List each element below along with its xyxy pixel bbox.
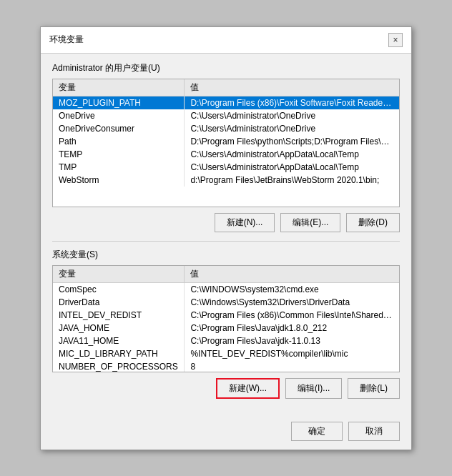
user-col-var: 变量: [53, 79, 185, 96]
var-value-cell: C:\Users\Administrator\OneDrive: [185, 122, 399, 135]
dialog-title: 环境变量: [49, 34, 84, 46]
user-section-label: Administrator 的用户变量(U): [52, 62, 400, 74]
var-value-cell: C:\Users\Administrator\AppData\Local\Tem…: [185, 161, 399, 174]
user-delete-button[interactable]: 删除(D): [346, 213, 400, 232]
var-name-cell: WebStorm: [53, 174, 185, 187]
var-name-cell: OneDrive: [53, 109, 185, 122]
sys-col-val: 值: [185, 266, 399, 283]
system-variables-table: 变量 值 ComSpecC:\WINDOWS\system32\cmd.exeD…: [53, 266, 399, 372]
table-row[interactable]: OneDriveC:\Users\Administrator\OneDrive: [53, 109, 399, 122]
var-name-cell: JAVA11_HOME: [53, 334, 185, 347]
table-row[interactable]: WebStormd:\Program Files\JetBrains\WebSt…: [53, 174, 399, 187]
title-bar: 环境变量 ×: [41, 27, 411, 54]
table-row[interactable]: OneDriveConsumerC:\Users\Administrator\O…: [53, 122, 399, 135]
var-name-cell: MOZ_PLUGIN_PATH: [53, 96, 185, 109]
user-edit-button[interactable]: 编辑(E)...: [280, 213, 340, 232]
sys-col-var: 变量: [53, 266, 185, 283]
var-value-cell: C:\Program Files (x86)\Common Files\Inte…: [185, 309, 399, 322]
var-name-cell: OneDriveConsumer: [53, 122, 185, 135]
system-edit-button[interactable]: 编辑(I)...: [285, 378, 342, 399]
user-variables-table: 变量 值 MOZ_PLUGIN_PATHD:\Program Files (x8…: [53, 79, 399, 187]
system-buttons-row: 新建(W)... 编辑(I)... 删除(L): [52, 378, 400, 399]
var-name-cell: JAVA_HOME: [53, 322, 185, 334]
system-new-button[interactable]: 新建(W)...: [216, 378, 280, 399]
var-value-cell: C:\Users\Administrator\OneDrive: [185, 109, 399, 122]
cancel-button[interactable]: 取消: [348, 422, 400, 441]
close-button[interactable]: ×: [388, 33, 403, 47]
table-row[interactable]: INTEL_DEV_REDISTC:\Program Files (x86)\C…: [53, 309, 399, 322]
system-variables-table-container[interactable]: 变量 值 ComSpecC:\WINDOWS\system32\cmd.exeD…: [52, 265, 400, 372]
var-value-cell: C:\Program Files\Java\jdk-11.0.13: [185, 334, 399, 347]
var-name-cell: TMP: [53, 161, 185, 174]
user-variables-table-container[interactable]: 变量 值 MOZ_PLUGIN_PATHD:\Program Files (x8…: [52, 79, 400, 207]
table-row[interactable]: NUMBER_OF_PROCESSORS8: [53, 360, 399, 372]
table-row[interactable]: MIC_LD_LIBRARY_PATH%INTEL_DEV_REDIST%com…: [53, 347, 399, 360]
system-section-label: 系统变量(S): [52, 249, 400, 261]
user-buttons-row: 新建(N)... 编辑(E)... 删除(D): [52, 213, 400, 232]
user-col-val: 值: [185, 79, 399, 96]
ok-button[interactable]: 确定: [291, 422, 343, 441]
user-new-button[interactable]: 新建(N)...: [215, 213, 275, 232]
table-row[interactable]: PathD:\Program Files\python\Scripts;D:\P…: [53, 135, 399, 148]
user-variables-section: Administrator 的用户变量(U) 变量 值 MOZ_PLUGIN_P…: [52, 62, 400, 232]
table-row[interactable]: ComSpecC:\WINDOWS\system32\cmd.exe: [53, 282, 399, 296]
var-value-cell: D:\Program Files (x86)\Foxit Software\Fo…: [185, 96, 399, 109]
var-name-cell: INTEL_DEV_REDIST: [53, 309, 185, 322]
var-name-cell: DriverData: [53, 296, 185, 309]
var-value-cell: 8: [185, 360, 399, 372]
system-delete-button[interactable]: 删除(L): [348, 378, 400, 399]
dialog-body: Administrator 的用户变量(U) 变量 值 MOZ_PLUGIN_P…: [41, 54, 411, 416]
var-value-cell: %INTEL_DEV_REDIST%compiler\lib\mic: [185, 347, 399, 360]
var-name-cell: NUMBER_OF_PROCESSORS: [53, 360, 185, 372]
table-row[interactable]: DriverDataC:\Windows\System32\Drivers\Dr…: [53, 296, 399, 309]
var-name-cell: ComSpec: [53, 282, 185, 296]
table-row[interactable]: TMPC:\Users\Administrator\AppData\Local\…: [53, 161, 399, 174]
var-value-cell: D:\Program Files\python\Scripts;D:\Progr…: [185, 135, 399, 148]
var-name-cell: MIC_LD_LIBRARY_PATH: [53, 347, 185, 360]
bottom-buttons-row: 确定 取消: [41, 416, 411, 450]
table-row[interactable]: MOZ_PLUGIN_PATHD:\Program Files (x86)\Fo…: [53, 96, 399, 109]
table-row[interactable]: JAVA11_HOMEC:\Program Files\Java\jdk-11.…: [53, 334, 399, 347]
var-name-cell: TEMP: [53, 148, 185, 161]
var-value-cell: C:\Users\Administrator\AppData\Local\Tem…: [185, 148, 399, 161]
table-row[interactable]: JAVA_HOMEC:\Program Files\Java\jdk1.8.0_…: [53, 322, 399, 334]
var-value-cell: C:\Windows\System32\Drivers\DriverData: [185, 296, 399, 309]
environment-variables-dialog: 环境变量 × Administrator 的用户变量(U) 变量 值 MOZ_P…: [40, 26, 412, 450]
var-value-cell: C:\Program Files\Java\jdk1.8.0_212: [185, 322, 399, 334]
section-separator: [52, 241, 400, 242]
table-row[interactable]: TEMPC:\Users\Administrator\AppData\Local…: [53, 148, 399, 161]
var-name-cell: Path: [53, 135, 185, 148]
system-variables-section: 系统变量(S) 变量 值 ComSpecC:\WINDOWS\system32\…: [52, 249, 400, 399]
var-value-cell: d:\Program Files\JetBrains\WebStorm 2020…: [185, 174, 399, 187]
var-value-cell: C:\WINDOWS\system32\cmd.exe: [185, 282, 399, 296]
